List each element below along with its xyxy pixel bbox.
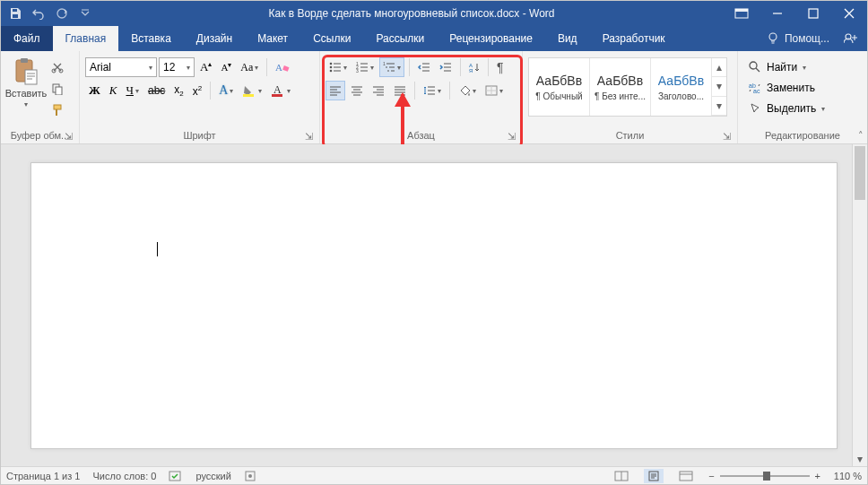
zoom-out-button[interactable]: − <box>708 471 714 481</box>
styles-scroll-down-icon[interactable]: ▾ <box>712 77 726 96</box>
superscript-button[interactable]: x2 <box>189 81 205 100</box>
align-center-icon <box>351 85 363 96</box>
font-color-button[interactable]: A▾ <box>267 81 294 100</box>
undo-icon[interactable] <box>30 4 48 22</box>
text-cursor <box>157 242 158 256</box>
multilevel-list-button[interactable]: 1▾ <box>379 57 404 77</box>
underline-button[interactable]: Ч▾ <box>123 81 143 100</box>
tab-developer[interactable]: Разработчик <box>590 26 678 51</box>
decrease-indent-button[interactable] <box>414 57 434 77</box>
copy-button[interactable] <box>48 79 67 99</box>
qat-customize-icon[interactable] <box>76 4 94 22</box>
tab-references[interactable]: Ссылки <box>300 26 363 51</box>
paragraph-launcher-icon[interactable]: ⇲ <box>506 131 516 142</box>
shrink-font-button[interactable]: A▾ <box>217 57 235 77</box>
save-icon[interactable] <box>6 4 24 22</box>
paintbrush-icon <box>51 104 64 117</box>
font-size-selector[interactable]: 12▾ <box>159 57 195 77</box>
tab-insert[interactable]: Вставка <box>118 26 184 51</box>
document-area: ▴ ▾ <box>1 144 867 466</box>
font-launcher-icon[interactable]: ⇲ <box>303 131 314 142</box>
view-web-layout-icon[interactable] <box>676 469 696 483</box>
text-effects-button[interactable]: A▾ <box>215 81 237 100</box>
window-controls <box>760 1 867 26</box>
zoom-in-button[interactable]: + <box>815 471 820 481</box>
find-button[interactable]: Найти▾ <box>745 57 810 77</box>
ribbon-display-options-icon[interactable] <box>724 1 760 26</box>
tab-view[interactable]: Вид <box>545 26 590 51</box>
highlight-button[interactable]: ▾ <box>239 81 265 100</box>
replace-button[interactable]: abac Заменить <box>745 78 819 98</box>
share-button[interactable] <box>844 32 858 45</box>
zoom-thumb[interactable] <box>763 472 770 481</box>
change-case-button[interactable]: Aa▾ <box>237 57 262 77</box>
justify-button[interactable] <box>390 81 410 100</box>
style-no-spacing[interactable]: АаБбВв ¶ Без инте... <box>590 58 651 116</box>
subscript-button[interactable]: x2 <box>170 81 187 100</box>
clear-formatting-button[interactable]: A <box>272 57 293 77</box>
cut-button[interactable] <box>48 57 67 77</box>
zoom-value[interactable]: 110 % <box>826 471 862 481</box>
bullets-icon <box>329 62 342 73</box>
strikethrough-button[interactable]: abc <box>144 81 169 100</box>
view-read-mode-icon[interactable] <box>612 469 631 483</box>
svg-rect-18 <box>243 94 254 97</box>
tab-layout[interactable]: Макет <box>245 26 300 51</box>
status-language[interactable]: русский <box>195 471 230 481</box>
show-marks-button[interactable]: ¶ <box>493 57 508 77</box>
italic-button[interactable]: К <box>106 81 121 100</box>
minimize-icon[interactable] <box>760 1 795 26</box>
align-left-button[interactable] <box>326 81 345 100</box>
document-page[interactable] <box>30 162 838 449</box>
tab-review[interactable]: Рецензирование <box>437 26 545 51</box>
tell-me-search[interactable]: Помощ... <box>767 32 829 45</box>
font-name-selector[interactable]: Arial▾ <box>85 57 157 77</box>
paste-button[interactable]: Вставить ▾ <box>4 54 48 108</box>
align-right-button[interactable] <box>369 81 388 100</box>
tab-file[interactable]: Файл <box>1 26 53 51</box>
clipboard-launcher-icon[interactable]: ⇲ <box>63 131 74 142</box>
tab-design[interactable]: Дизайн <box>184 26 245 51</box>
bullet-list-button[interactable]: ▾ <box>326 57 351 77</box>
tab-mailings[interactable]: Рассылки <box>363 26 437 51</box>
sort-button[interactable]: АЯ <box>465 57 483 77</box>
style-normal[interactable]: АаБбВв ¶ Обычный <box>529 58 590 116</box>
status-word-count[interactable]: Число слов: 0 <box>92 471 156 481</box>
style-heading1[interactable]: АаБбВв Заголово... <box>651 58 712 116</box>
group-clipboard: Вставить ▾ Буфер обм... ⇲ <box>1 51 80 143</box>
close-icon[interactable] <box>831 1 867 26</box>
scroll-down-icon[interactable]: ▾ <box>853 451 867 466</box>
numbered-list-button[interactable]: 123▾ <box>352 57 378 77</box>
zoom-track[interactable] <box>720 475 810 477</box>
status-macro-icon[interactable] <box>244 470 256 482</box>
status-spellcheck-icon[interactable] <box>169 470 183 482</box>
styles-launcher-icon[interactable]: ⇲ <box>721 131 732 142</box>
borders-button[interactable]: ▾ <box>482 81 507 100</box>
find-label: Найти <box>767 61 797 74</box>
vertical-scrollbar[interactable]: ▴ ▾ <box>852 144 867 466</box>
shading-button[interactable]: ▾ <box>455 81 480 100</box>
select-button[interactable]: Выделить▾ <box>745 99 829 118</box>
bold-button[interactable]: Ж <box>85 81 104 100</box>
svg-rect-9 <box>21 58 28 63</box>
svg-rect-0 <box>13 9 17 12</box>
styles-scroll-up-icon[interactable]: ▴ <box>712 58 726 77</box>
grow-font-button[interactable]: A▴ <box>196 57 215 77</box>
svg-rect-14 <box>56 87 62 95</box>
status-page[interactable]: Страница 1 из 1 <box>6 471 80 481</box>
ribbon: Вставить ▾ Буфер обм... ⇲ Arial▾ 12▾ A▴ … <box>1 51 867 144</box>
format-painter-button[interactable] <box>48 100 67 120</box>
redo-icon[interactable] <box>53 4 71 22</box>
maximize-icon[interactable] <box>795 1 831 26</box>
increase-indent-button[interactable] <box>436 57 456 77</box>
styles-expand-icon[interactable]: ▾ <box>712 97 726 116</box>
line-spacing-button[interactable]: ▾ <box>420 81 445 100</box>
tab-home[interactable]: Главная <box>53 26 119 51</box>
svg-rect-15 <box>54 105 61 109</box>
collapse-ribbon-icon[interactable]: ˄ <box>858 130 864 142</box>
view-print-layout-icon[interactable] <box>644 469 664 483</box>
multilevel-icon: 1 <box>383 62 395 73</box>
svg-text:1: 1 <box>383 62 386 66</box>
align-center-button[interactable] <box>347 81 367 100</box>
scroll-thumb[interactable] <box>855 146 865 200</box>
